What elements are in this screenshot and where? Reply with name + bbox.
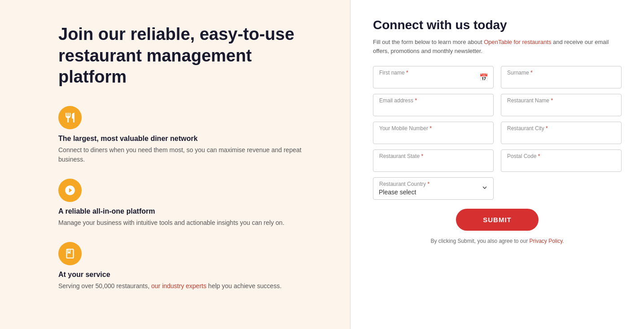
form-row-state-postal: Restaurant State * Postal Code * <box>373 149 622 172</box>
restaurant-name-wrapper: Restaurant Name * <box>501 94 622 116</box>
form-row-name: First name * 📅 Surname * <box>373 66 622 88</box>
email-group: Email address * <box>373 94 494 116</box>
right-panel: Connect with us today Fill out the form … <box>350 0 644 329</box>
calendar-icon: 📅 <box>479 73 488 82</box>
restaurant-state-wrapper: Restaurant State * <box>373 149 494 172</box>
feature-all-in-one: A reliable all-in-one platform Manage yo… <box>58 179 314 228</box>
privacy-text: By clicking Submit, you also agree to ou… <box>430 238 564 244</box>
empty-country-pair <box>501 177 622 200</box>
restaurant-state-group: Restaurant State * <box>373 149 494 172</box>
email-wrapper: Email address * <box>373 94 494 116</box>
mobile-input[interactable] <box>373 122 494 144</box>
restaurant-name-input[interactable] <box>501 94 622 116</box>
signup-form: First name * 📅 Surname * <box>373 66 622 244</box>
form-title: Connect with us today <box>373 18 622 32</box>
feature-at-service: At your service Serving over 50,000 rest… <box>58 242 314 291</box>
form-subtitle: Fill out the form below to learn more ab… <box>373 38 622 55</box>
postal-code-input[interactable] <box>501 149 622 172</box>
postal-code-wrapper: Postal Code * <box>501 149 622 172</box>
all-in-one-icon <box>58 179 82 202</box>
feature-platform-desc: Manage your business with intuitive tool… <box>58 218 314 228</box>
feature-service-desc: Serving over 50,000 restaurants, our ind… <box>58 281 314 291</box>
form-row-country: Restaurant Country * Please select Unite… <box>373 177 622 200</box>
submit-button[interactable]: SUBMIT <box>456 209 539 231</box>
restaurant-country-wrapper: Restaurant Country * Please select Unite… <box>373 177 494 200</box>
postal-code-group: Postal Code * <box>501 149 622 172</box>
form-row-email-restaurant: Email address * Restaurant Name * <box>373 94 622 116</box>
main-heading: Join our reliable, easy-to-use restauran… <box>58 24 314 88</box>
first-name-input[interactable] <box>373 66 494 88</box>
surname-group: Surname * <box>501 66 622 88</box>
feature-diner-title: The largest, most valuable diner network <box>58 135 314 143</box>
restaurant-state-input[interactable] <box>373 149 494 172</box>
privacy-policy-link[interactable]: Privacy Policy <box>529 238 562 244</box>
restaurant-country-select[interactable]: Please select United States United Kingd… <box>373 177 494 200</box>
restaurant-city-group: Restaurant City * <box>501 122 622 144</box>
restaurant-city-wrapper: Restaurant City * <box>501 122 622 144</box>
surname-input[interactable] <box>501 66 622 88</box>
first-name-group: First name * 📅 <box>373 66 494 88</box>
feature-platform-title: A reliable all-in-one platform <box>58 207 314 215</box>
page-wrapper: Join our reliable, easy-to-use restauran… <box>0 0 644 329</box>
mobile-group: Your Mobile Number * <box>373 122 494 144</box>
restaurant-country-group: Restaurant Country * Please select Unite… <box>373 177 494 200</box>
restaurant-city-input[interactable] <box>501 122 622 144</box>
at-service-icon <box>58 242 82 265</box>
surname-wrapper: Surname * <box>501 66 622 88</box>
form-row-mobile-city: Your Mobile Number * Restaurant City * <box>373 122 622 144</box>
mobile-wrapper: Your Mobile Number * <box>373 122 494 144</box>
left-panel: Join our reliable, easy-to-use restauran… <box>0 0 350 329</box>
diner-network-icon <box>58 106 82 129</box>
first-name-wrapper: First name * 📅 <box>373 66 494 88</box>
feature-service-title: At your service <box>58 271 314 279</box>
email-input[interactable] <box>373 94 494 116</box>
feature-diner-network: The largest, most valuable diner network… <box>58 106 314 164</box>
submit-wrapper: SUBMIT By clicking Submit, you also agre… <box>373 209 622 244</box>
restaurant-name-group: Restaurant Name * <box>501 94 622 116</box>
feature-diner-desc: Connect to diners when you need them mos… <box>58 145 314 164</box>
